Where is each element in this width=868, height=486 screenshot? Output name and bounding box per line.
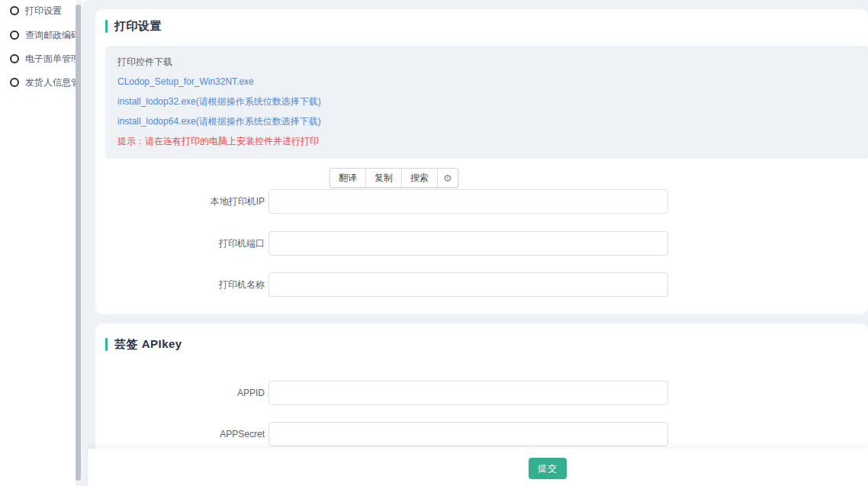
form-row: 打印机端口	[95, 231, 868, 256]
download-heading: 打印控件下载	[117, 56, 172, 67]
printer-port-input[interactable]	[268, 231, 668, 256]
search-button[interactable]: 搜索	[402, 169, 438, 187]
sidebar-item-ewaybill-management[interactable]: 电子面单管理	[10, 53, 80, 64]
vertical-scrollbar-thumb[interactable]	[76, 5, 81, 481]
main-content: 打印设置 打印控件下载 CLodop_Setup_for_Win32NT.exe…	[82, 0, 868, 486]
form-row: 本地打印机IP	[95, 189, 868, 214]
appsecret-input[interactable]	[268, 422, 668, 446]
appid-input[interactable]	[268, 381, 668, 405]
form-row: APPSecret	[95, 422, 868, 446]
appsecret-label: APPSecret	[95, 422, 265, 446]
sidebar-item-label: 查询邮政编码	[25, 30, 80, 40]
submit-button[interactable]: 提交	[529, 458, 567, 479]
printer-name-label: 打印机名称	[95, 272, 265, 297]
install-tip-text: 提示：请在连有打印的电脑上安装控件并进行打印	[117, 136, 319, 146]
radio-circle-icon	[10, 6, 19, 15]
accent-bar	[105, 338, 108, 351]
download-link-lodop64[interactable]: install_lodop64.exe(请根据操作系统位数选择下载)	[117, 116, 321, 127]
sidebar-item-postal-code-query[interactable]: 查询邮政编码	[10, 30, 80, 40]
accent-bar	[105, 20, 108, 33]
sidebar-item-label: 电子面单管理	[25, 53, 80, 64]
copy-button[interactable]: 复制	[366, 169, 402, 187]
radio-circle-icon	[10, 31, 19, 40]
translate-button[interactable]: 翻译	[330, 169, 366, 187]
printer-port-label: 打印机端口	[95, 231, 265, 256]
radio-circle-icon	[10, 54, 19, 63]
section-header: 打印设置	[105, 19, 162, 34]
radio-circle-icon	[10, 78, 19, 87]
download-link-clodop[interactable]: CLodop_Setup_for_Win32NT.exe	[117, 76, 254, 87]
gear-icon[interactable]: ⚙	[438, 169, 458, 187]
sidebar: 打印设置 查询邮政编码 电子面单管理 发货人信息管理	[0, 0, 76, 486]
text-selection-toolbar: 翻译 复制 搜索 ⚙	[330, 168, 458, 188]
action-footer: 提交	[88, 449, 868, 486]
apikey-section-title: 芸签 APIkey	[114, 337, 182, 352]
printer-name-input[interactable]	[268, 272, 668, 297]
section-header: 芸签 APIkey	[105, 337, 182, 352]
local-printer-ip-label: 本地打印机IP	[95, 189, 265, 214]
sidebar-item-print-settings[interactable]: 打印设置	[10, 5, 62, 16]
page-title: 打印设置	[114, 19, 162, 34]
download-link-lodop32[interactable]: install_lodop32.exe(请根据操作系统位数选择下载)	[117, 96, 321, 107]
sidebar-item-label: 打印设置	[25, 5, 62, 16]
form-row: 打印机名称	[95, 272, 868, 297]
download-info-box: 打印控件下载 CLodop_Setup_for_Win32NT.exe inst…	[105, 46, 868, 159]
print-settings-card: 打印设置 打印控件下载 CLodop_Setup_for_Win32NT.exe…	[95, 9, 868, 314]
appid-label: APPID	[95, 381, 265, 405]
form-row: APPID	[95, 381, 868, 405]
vertical-scrollbar-track	[76, 0, 82, 486]
local-printer-ip-input[interactable]	[268, 189, 668, 214]
